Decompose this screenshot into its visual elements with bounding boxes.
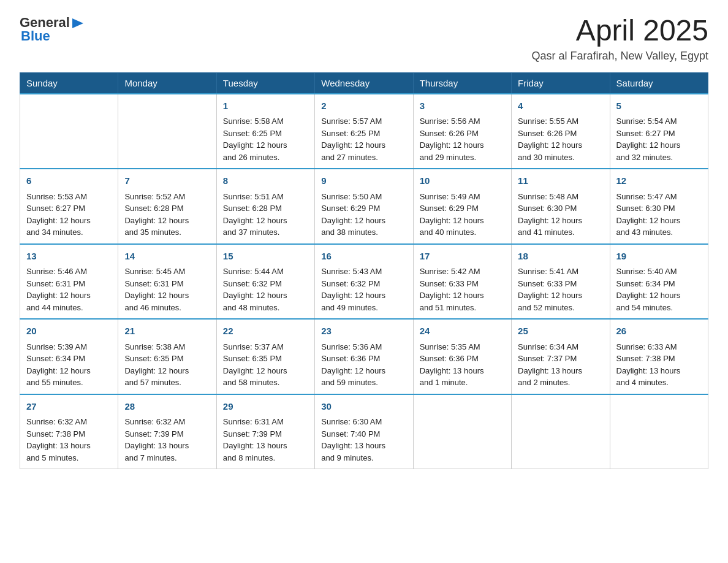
day-info: Sunrise: 5:35 AM — [420, 341, 505, 353]
calendar-cell: 17Sunrise: 5:42 AMSunset: 6:33 PMDayligh… — [413, 244, 511, 320]
day-info: Daylight: 13 hours — [518, 365, 603, 377]
day-info: Sunset: 7:40 PM — [321, 428, 406, 440]
day-info: Sunset: 6:30 PM — [616, 202, 702, 215]
day-info: Daylight: 12 hours — [420, 289, 505, 302]
day-info: Sunset: 6:27 PM — [26, 202, 112, 215]
calendar-week-row: 27Sunrise: 6:32 AMSunset: 7:38 PMDayligh… — [20, 394, 708, 469]
day-info: Sunset: 6:35 PM — [124, 353, 210, 365]
day-number: 24 — [420, 324, 505, 339]
day-info: and 38 minutes. — [321, 226, 406, 239]
day-info: and 29 minutes. — [420, 151, 505, 164]
day-info: Daylight: 12 hours — [223, 215, 308, 227]
calendar-cell: 2Sunrise: 5:57 AMSunset: 6:25 PMDaylight… — [315, 94, 413, 169]
day-number: 23 — [321, 324, 406, 339]
day-number: 25 — [518, 324, 603, 339]
day-info: Sunset: 6:33 PM — [420, 278, 505, 290]
day-info: Sunrise: 6:30 AM — [321, 416, 406, 428]
day-number: 4 — [518, 99, 603, 113]
day-number: 9 — [321, 174, 406, 188]
day-info: Daylight: 12 hours — [124, 365, 210, 377]
day-info: Sunrise: 5:36 AM — [321, 341, 406, 353]
calendar-cell: 27Sunrise: 6:32 AMSunset: 7:38 PMDayligh… — [20, 394, 118, 469]
calendar-cell — [610, 394, 708, 469]
day-number: 29 — [223, 400, 308, 414]
day-info: Sunset: 7:39 PM — [223, 428, 308, 440]
day-info: Daylight: 12 hours — [518, 289, 603, 302]
calendar-cell: 5Sunrise: 5:54 AMSunset: 6:27 PMDaylight… — [610, 94, 708, 169]
calendar-cell: 18Sunrise: 5:41 AMSunset: 6:33 PMDayligh… — [512, 244, 610, 320]
day-number: 17 — [420, 250, 505, 264]
calendar-cell — [20, 94, 118, 169]
calendar-cell: 1Sunrise: 5:58 AMSunset: 6:25 PMDaylight… — [216, 94, 314, 169]
day-info: and 26 minutes. — [223, 151, 308, 164]
page-subtitle: Qasr al Farafirah, New Valley, Egypt — [532, 50, 708, 63]
calendar-cell: 11Sunrise: 5:48 AMSunset: 6:30 PMDayligh… — [512, 169, 610, 244]
day-number: 11 — [518, 174, 603, 188]
day-info: Sunrise: 5:42 AM — [420, 266, 505, 278]
calendar-week-row: 1Sunrise: 5:58 AMSunset: 6:25 PMDaylight… — [20, 94, 708, 169]
page-title: April 2025 — [532, 15, 708, 47]
calendar-cell: 14Sunrise: 5:45 AMSunset: 6:31 PMDayligh… — [118, 244, 216, 320]
day-info: Daylight: 12 hours — [26, 289, 112, 302]
day-number: 14 — [124, 250, 210, 264]
day-info: Sunset: 6:35 PM — [223, 353, 308, 365]
calendar-day-header: Tuesday — [216, 72, 314, 94]
day-info: and 44 minutes. — [26, 302, 112, 314]
day-info: and 59 minutes. — [321, 377, 406, 389]
day-info: Sunrise: 5:50 AM — [321, 191, 406, 203]
day-info: Daylight: 12 hours — [124, 215, 210, 227]
day-number: 20 — [26, 324, 112, 339]
day-number: 5 — [616, 99, 702, 113]
day-info: Sunset: 6:32 PM — [223, 278, 308, 290]
calendar-cell: 23Sunrise: 5:36 AMSunset: 6:36 PMDayligh… — [315, 319, 413, 394]
calendar-cell: 28Sunrise: 6:32 AMSunset: 7:39 PMDayligh… — [118, 394, 216, 469]
day-info: Daylight: 12 hours — [26, 365, 112, 377]
day-info: and 54 minutes. — [616, 302, 702, 314]
day-info: Sunset: 6:29 PM — [420, 202, 505, 215]
day-info: Sunrise: 6:32 AM — [124, 416, 210, 428]
day-info: and 57 minutes. — [124, 377, 210, 389]
day-info: Sunrise: 5:54 AM — [616, 115, 702, 128]
day-info: Daylight: 12 hours — [420, 139, 505, 151]
day-info: Sunrise: 5:46 AM — [26, 266, 112, 278]
day-info: Daylight: 12 hours — [321, 215, 406, 227]
day-number: 27 — [26, 400, 112, 414]
day-info: Sunrise: 5:43 AM — [321, 266, 406, 278]
day-info: Sunrise: 5:39 AM — [26, 341, 112, 353]
day-info: Sunset: 6:34 PM — [616, 278, 702, 290]
day-info: Sunrise: 5:53 AM — [26, 191, 112, 203]
day-number: 1 — [223, 99, 308, 113]
day-number: 3 — [420, 99, 505, 113]
day-number: 16 — [321, 250, 406, 264]
day-info: Daylight: 12 hours — [321, 365, 406, 377]
day-info: Daylight: 12 hours — [223, 289, 308, 302]
day-info: Daylight: 12 hours — [616, 215, 702, 227]
calendar-cell: 8Sunrise: 5:51 AMSunset: 6:28 PMDaylight… — [216, 169, 314, 244]
day-info: Sunset: 6:28 PM — [223, 202, 308, 215]
day-number: 21 — [124, 324, 210, 339]
day-info: Sunset: 6:31 PM — [124, 278, 210, 290]
day-info: and 52 minutes. — [518, 302, 603, 314]
calendar-cell: 6Sunrise: 5:53 AMSunset: 6:27 PMDaylight… — [20, 169, 118, 244]
calendar-cell: 9Sunrise: 5:50 AMSunset: 6:29 PMDaylight… — [315, 169, 413, 244]
day-number: 18 — [518, 250, 603, 264]
day-info: Daylight: 13 hours — [420, 365, 505, 377]
day-info: Sunset: 7:38 PM — [616, 353, 702, 365]
calendar-day-header: Friday — [512, 72, 610, 94]
day-info: and 4 minutes. — [616, 377, 702, 389]
day-info: Sunrise: 5:51 AM — [223, 191, 308, 203]
page-header: General Blue April 2025 Qasr al Farafira… — [20, 15, 708, 63]
day-info: Sunset: 6:25 PM — [223, 128, 308, 140]
day-info: Daylight: 12 hours — [321, 139, 406, 151]
calendar-cell: 25Sunrise: 6:34 AMSunset: 7:37 PMDayligh… — [512, 319, 610, 394]
calendar-header-row: SundayMondayTuesdayWednesdayThursdayFrid… — [20, 72, 708, 94]
calendar-cell: 7Sunrise: 5:52 AMSunset: 6:28 PMDaylight… — [118, 169, 216, 244]
day-info: and 30 minutes. — [518, 151, 603, 164]
day-info: Daylight: 13 hours — [616, 365, 702, 377]
day-number: 10 — [420, 174, 505, 188]
calendar-cell: 10Sunrise: 5:49 AMSunset: 6:29 PMDayligh… — [413, 169, 511, 244]
calendar-cell: 20Sunrise: 5:39 AMSunset: 6:34 PMDayligh… — [20, 319, 118, 394]
day-info: Daylight: 12 hours — [518, 215, 603, 227]
logo: General Blue — [20, 15, 85, 44]
day-number: 15 — [223, 250, 308, 264]
